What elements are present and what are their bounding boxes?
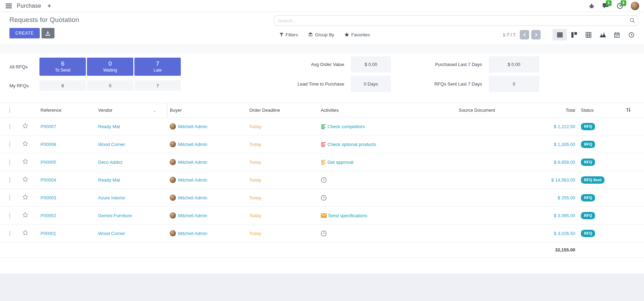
favorite-star-icon[interactable] [22,159,28,164]
calendar-view-button[interactable] [610,29,624,41]
header-buyer[interactable]: Buyer [167,103,246,118]
table-row[interactable]: P00007 Ready Mat Mitchell Admin Today Ch… [0,118,644,135]
header-total[interactable]: Total [520,103,578,118]
buyer-cell[interactable]: Mitchell Admin [170,230,244,236]
reference-link[interactable]: P00001 [40,231,56,236]
export-button[interactable] [42,28,54,38]
user-avatar[interactable] [631,2,639,10]
calendar-view-icon [614,32,620,38]
filters-button[interactable]: Filters [280,32,298,37]
group-by-button[interactable]: Group By [308,32,334,37]
create-button[interactable]: CREATE [9,28,40,38]
select-all-checkbox[interactable] [9,107,10,113]
row-checkbox[interactable] [9,195,10,201]
kpi-waiting-button[interactable]: 0 Waiting [87,58,133,76]
favorite-star-icon[interactable] [22,212,28,218]
table-row[interactable]: P00005 Deco Addict Mitchell Admin Today … [0,153,644,171]
graph-view-button[interactable] [595,29,610,41]
pager-previous-button[interactable] [520,30,529,39]
header-order-deadline[interactable]: Order Deadline [246,103,318,118]
buyer-cell[interactable]: Mitchell Admin [170,177,244,183]
reference-link[interactable]: P00007 [40,124,56,129]
buyer-cell[interactable]: Mitchell Admin [170,159,244,165]
vendor-link[interactable]: Wood Corner [98,142,125,147]
kanban-view-button[interactable] [567,29,581,41]
buyer-avatar [170,212,176,219]
favorite-star-icon[interactable] [22,194,28,200]
header-reference[interactable]: Reference [38,103,95,118]
pager-next-button[interactable] [531,30,541,39]
buyer-cell[interactable]: Mitchell Admin [170,212,244,219]
vendor-link[interactable]: Ready Mat [98,124,120,129]
messages-button[interactable]: 5 [602,3,609,9]
row-checkbox[interactable] [9,124,10,130]
reference-link[interactable]: P00006 [40,142,56,147]
table-row[interactable]: P00003 Azure Interior Mitchell Admin Tod… [0,189,644,207]
vendor-link[interactable]: Ready Mat [98,177,120,183]
favorite-star-icon[interactable] [22,123,28,129]
table-sum-row: 32,155.00 [0,242,644,258]
kpi-my-to-send[interactable]: 6 [39,80,86,91]
activity-cell[interactable]: Get approval [321,160,430,165]
table-row[interactable]: P00004 Ready Mat Mitchell Admin Today $ … [0,171,644,189]
kpi-to-send-button[interactable]: 6 To Send [39,58,86,76]
header-source-document[interactable]: Source Document [433,103,520,118]
activity-list-icon [321,142,326,147]
header-status[interactable]: Status [578,103,623,118]
lead-time-label: Lead Time to Purchase [260,81,351,87]
row-checkbox[interactable] [9,213,10,219]
buyer-link: Mitchell Admin [178,124,207,129]
header-activities[interactable]: Activities [318,103,433,118]
purchased-last-7-days-label: Purchased Last 7 Days [391,62,489,67]
vendor-link[interactable]: Wood Corner [98,231,125,236]
table-row[interactable]: P00001 Wood Corner Mitchell Admin Today … [0,225,644,242]
buyer-cell[interactable]: Mitchell Admin [170,123,244,130]
new-tab-button[interactable]: + [46,2,52,9]
table-row[interactable]: P00002 Gemini Furniture Mitchell Admin T… [0,207,644,225]
favorite-star-icon[interactable] [22,141,28,147]
total-cell: $ 1,335.00 [520,135,578,153]
activity-cell[interactable] [321,195,430,201]
reference-link[interactable]: P00003 [40,195,56,200]
activity-cell[interactable] [321,230,430,236]
reference-link[interactable]: P00004 [40,177,56,183]
row-checkbox[interactable] [9,141,10,147]
order-deadline: Today [249,231,261,236]
activity-cell[interactable]: Check competitors [321,124,430,129]
vendor-link[interactable]: Gemini Furniture [98,213,132,218]
vendor-link[interactable]: Deco Addict [98,160,122,165]
reference-link[interactable]: P00005 [40,160,56,165]
kpi-my-waiting[interactable]: 0 [87,80,133,91]
buyer-cell[interactable]: Mitchell Admin [170,194,244,201]
row-checkbox[interactable] [9,177,10,183]
search-input[interactable] [274,15,638,26]
row-checkbox[interactable] [9,159,10,165]
reference-link[interactable]: P00002 [40,213,56,218]
buyer-cell[interactable]: Mitchell Admin [170,141,244,147]
activity-cell[interactable]: Send specifications [321,213,430,218]
apps-menu-icon[interactable] [6,3,12,8]
buyer-link: Mitchell Admin [178,231,207,236]
app-title[interactable]: Purchase [17,3,41,9]
debug-bug-icon[interactable] [589,3,594,9]
table-row[interactable]: P00006 Wood Corner Mitchell Admin Today … [0,135,644,153]
optional-columns-icon[interactable] [626,107,631,112]
activity-cell[interactable]: Check optional products [321,142,430,147]
favorites-button[interactable]: Favorites [345,32,370,37]
row-checkbox[interactable] [9,230,10,236]
header-settings [623,103,644,118]
favorite-star-icon[interactable] [22,230,28,236]
activity-view-button[interactable] [624,29,638,41]
header-vendor[interactable]: Vendor⌄ [95,103,167,118]
activities-button[interactable]: 9 [617,3,623,9]
favorite-star-icon[interactable] [22,176,28,182]
search-icon[interactable] [630,18,635,23]
pivot-view-button[interactable] [581,29,595,41]
kpi-late-button[interactable]: 7 Late [134,58,181,76]
list-view-button[interactable] [553,29,567,41]
footer-space [0,273,644,301]
kpi-my-late[interactable]: 7 [134,80,181,91]
buyer-avatar [170,141,176,147]
vendor-link[interactable]: Azure Interior [98,195,125,200]
activity-cell[interactable] [321,177,430,183]
